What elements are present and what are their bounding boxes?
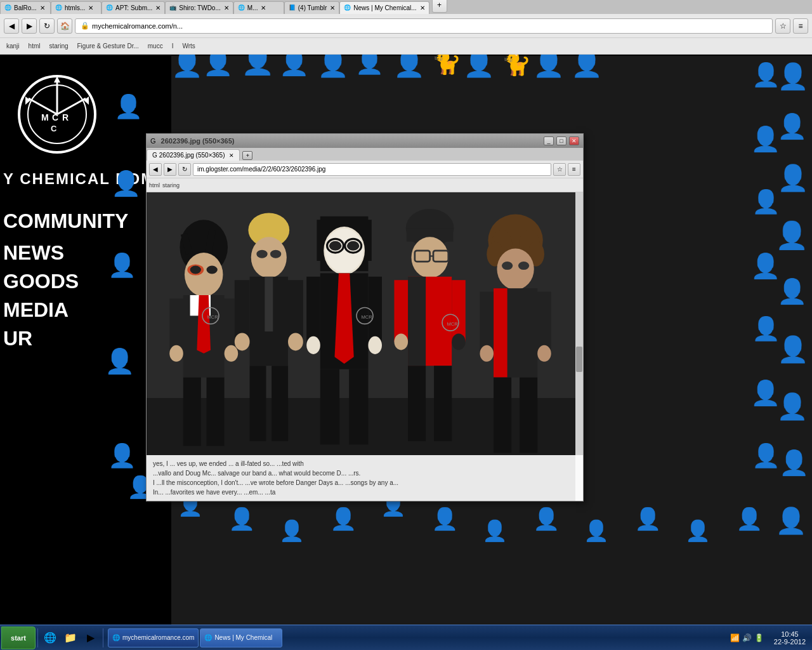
svg-point-39 bbox=[235, 333, 250, 350]
tab-close-4[interactable]: ✕ bbox=[261, 4, 266, 11]
nav-media[interactable]: MEDIA bbox=[3, 298, 69, 322]
svg-point-81 bbox=[518, 262, 529, 270]
popup-tab-0[interactable]: G 2602396.jpg (550×365) ✕ bbox=[147, 149, 240, 161]
taskbar-open-apps: 🌐 mychemicalromance.com 🌐 News | My Chem… bbox=[105, 625, 727, 650]
tray-icon-battery[interactable]: 🔋 bbox=[754, 633, 764, 643]
band-name: Y CHEMICAL ROMA bbox=[0, 170, 167, 188]
taskbar: start 🌐 📁 ▶ 🌐 mychemicalromance.com 🌐 Ne… bbox=[0, 625, 812, 650]
start-label: start bbox=[11, 634, 26, 642]
svg-point-87 bbox=[537, 345, 551, 362]
svg-point-33 bbox=[256, 250, 267, 258]
tab-close-1[interactable]: ✕ bbox=[88, 4, 93, 11]
svg-marker-24 bbox=[197, 295, 211, 354]
popup-titlebar: G 2602396.jpg (550×365) _ □ ✕ bbox=[147, 134, 583, 148]
tab-label-5: (4) Tumblr bbox=[298, 4, 327, 11]
svg-rect-37 bbox=[235, 280, 250, 342]
bookmark-star[interactable]: ☆ bbox=[775, 18, 790, 34]
popup-refresh[interactable]: ↻ bbox=[178, 163, 191, 176]
svg-rect-69 bbox=[452, 280, 466, 342]
svg-point-40 bbox=[288, 333, 303, 350]
svg-text:C: C bbox=[52, 112, 58, 123]
svg-rect-58 bbox=[320, 369, 339, 445]
taskbar-divider-2 bbox=[103, 628, 103, 647]
bookmark-i[interactable]: I bbox=[169, 42, 176, 50]
popup-scrollbar-thumb[interactable] bbox=[576, 347, 582, 372]
popup-bm-staring[interactable]: staring bbox=[162, 182, 180, 189]
bookmark-staring[interactable]: staring bbox=[46, 42, 70, 50]
svg-rect-85 bbox=[537, 292, 551, 354]
svg-text:M: M bbox=[41, 112, 49, 123]
tab-2[interactable]: 🌐 APT: Subm... ✕ bbox=[102, 1, 165, 14]
svg-text:MCR: MCR bbox=[207, 314, 219, 320]
popup-text-line4: In... ...favorites we have every... ...e… bbox=[153, 489, 275, 496]
svg-rect-73 bbox=[434, 366, 452, 441]
taskbar-icon-media[interactable]: ▶ bbox=[81, 628, 101, 648]
start-button[interactable]: start bbox=[1, 627, 36, 649]
svg-point-56 bbox=[306, 336, 320, 354]
tray-icon-volume[interactable]: 🔊 bbox=[742, 633, 752, 643]
menu-button[interactable]: ≡ bbox=[793, 18, 808, 34]
tab-0[interactable]: 🌐 BalRo... ✕ bbox=[0, 1, 51, 14]
url-text: mychemicalromance.com/n... bbox=[92, 22, 183, 30]
popup-menu[interactable]: ≡ bbox=[568, 163, 580, 176]
popup-forward[interactable]: ▶ bbox=[164, 163, 176, 176]
popup-addressbar: ◀ ▶ ↻ im.glogster.com/media/2/2/60/23/26… bbox=[147, 161, 583, 178]
tab-close-3[interactable]: ✕ bbox=[224, 4, 229, 11]
tab-6[interactable]: 🌐 News | My Chemical... ✕ bbox=[339, 1, 429, 14]
popup-tab-close[interactable]: ✕ bbox=[229, 152, 234, 159]
tray-icon-network[interactable]: 📶 bbox=[730, 633, 740, 643]
popup-new-tab[interactable]: + bbox=[242, 151, 252, 160]
popup-minimize[interactable]: _ bbox=[544, 136, 554, 145]
popup-back[interactable]: ◀ bbox=[149, 163, 162, 176]
popup-bookmarks-bar: html staring bbox=[147, 178, 583, 192]
taskbar-clock[interactable]: 10:45 22-9-2012 bbox=[768, 630, 812, 646]
tab-favicon-6: 🌐 bbox=[344, 4, 351, 12]
nav-goods[interactable]: GOODS bbox=[3, 270, 79, 293]
taskbar-icon-browser[interactable]: 🌐 bbox=[40, 628, 60, 648]
tab-close-6[interactable]: ✕ bbox=[420, 4, 425, 11]
bookmark-kanji[interactable]: kanji bbox=[4, 42, 22, 50]
tab-5[interactable]: 📘 (4) Tumblr ✕ bbox=[284, 1, 340, 14]
tab-favicon-5: 📘 bbox=[289, 4, 296, 12]
tab-favicon-3: 📺 bbox=[169, 4, 177, 12]
taskbar-app-0[interactable]: 🌐 mychemicalromance.com bbox=[108, 628, 199, 647]
tab-1[interactable]: 🌐 htmls... ✕ bbox=[51, 1, 102, 14]
svg-rect-41 bbox=[250, 366, 266, 441]
popup-bm-html[interactable]: html bbox=[149, 182, 160, 189]
bookmark-wrts[interactable]: Wrts bbox=[180, 42, 197, 50]
svg-rect-72 bbox=[408, 366, 426, 441]
svg-rect-55 bbox=[368, 277, 382, 345]
tab-close-0[interactable]: ✕ bbox=[40, 4, 45, 11]
tab-4[interactable]: 🌐 M... ✕ bbox=[233, 1, 284, 14]
svg-point-32 bbox=[251, 237, 287, 278]
svg-point-48 bbox=[329, 241, 341, 251]
taskbar-app-1[interactable]: 🌐 News | My Chemical bbox=[200, 628, 282, 647]
svg-rect-36 bbox=[265, 277, 273, 331]
nav-community[interactable]: COMMUNITY bbox=[3, 209, 128, 233]
taskbar-app-label-0: mychemicalromance.com bbox=[122, 634, 194, 641]
tab-close-2[interactable]: ✕ bbox=[155, 4, 160, 11]
bookmark-html[interactable]: html bbox=[26, 42, 43, 50]
popup-maximize[interactable]: □ bbox=[556, 136, 566, 145]
bookmark-mucc[interactable]: mucc bbox=[145, 42, 166, 50]
popup-url-input[interactable]: im.glogster.com/media/2/2/60/23/2602396.… bbox=[193, 163, 551, 176]
nav-news[interactable]: NEWS bbox=[3, 241, 64, 265]
back-button[interactable]: ◀ bbox=[4, 18, 19, 34]
popup-title: 2602396.jpg (550×365) bbox=[161, 137, 541, 145]
popup-bookmark-star[interactable]: ☆ bbox=[553, 163, 566, 176]
mcr-logo: M C R C bbox=[6, 63, 108, 165]
refresh-button[interactable]: ↻ bbox=[39, 18, 55, 34]
popup-close[interactable]: ✕ bbox=[569, 136, 579, 145]
svg-rect-29 bbox=[183, 378, 201, 446]
taskbar-icon-explorer[interactable]: 📁 bbox=[60, 628, 81, 648]
tab-3[interactable]: 📺 Shiro: TWDo... ✕ bbox=[165, 1, 233, 14]
new-tab-button[interactable]: + bbox=[432, 0, 447, 13]
bookmark-figure[interactable]: Figure & Gesture Dr... bbox=[75, 42, 141, 50]
nav-tour[interactable]: UR bbox=[3, 327, 32, 350]
address-bar[interactable]: 🔒 mychemicalromance.com/n... bbox=[75, 18, 773, 34]
tab-close-5[interactable]: ✕ bbox=[330, 4, 335, 11]
home-button[interactable]: 🏠 bbox=[57, 18, 72, 34]
svg-point-34 bbox=[270, 250, 281, 258]
tab-label-2: APT: Subm... bbox=[115, 4, 152, 11]
forward-button[interactable]: ▶ bbox=[22, 18, 37, 34]
